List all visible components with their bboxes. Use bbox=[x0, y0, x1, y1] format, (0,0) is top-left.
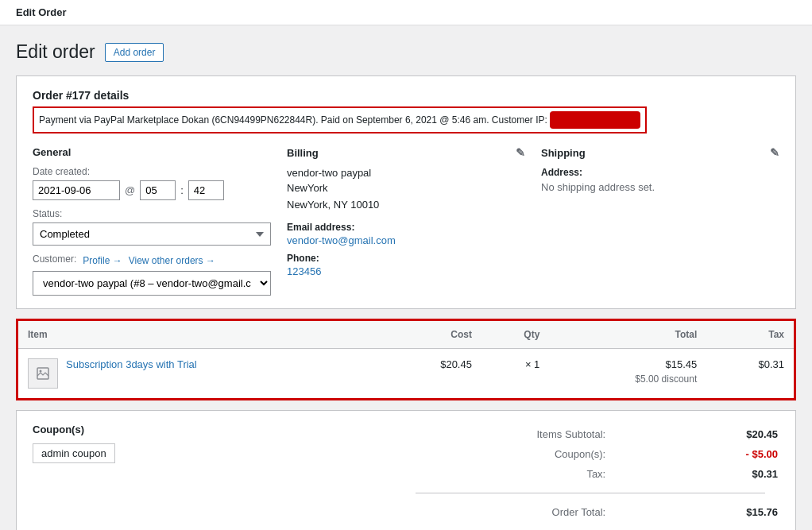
discount-note: $5.00 discount bbox=[559, 373, 697, 385]
customer-ip-masked bbox=[550, 111, 640, 129]
billing-email-label: Email address: bbox=[287, 222, 525, 233]
billing-state-city: NewYork, NY 10010 bbox=[287, 199, 379, 211]
billing-section-title: Billing ✎ bbox=[287, 146, 525, 159]
billing-address: NewYork NewYork, NY 10010 bbox=[287, 180, 525, 214]
customer-links: Customer: Profile → View other orders → bbox=[33, 253, 271, 268]
billing-city: NewYork bbox=[287, 182, 328, 194]
coupon-tag: admin coupon bbox=[33, 443, 115, 463]
tax-row: Tax: $0.31 bbox=[416, 465, 778, 483]
page-header-title: Edit Order bbox=[16, 6, 67, 18]
time-separator: : bbox=[180, 184, 184, 196]
svg-point-1 bbox=[40, 370, 42, 373]
billing-name: vendor-two paypal bbox=[287, 167, 525, 179]
coupons-total-value: - $5.00 bbox=[620, 445, 778, 463]
shipping-address-label: Address: bbox=[541, 167, 779, 178]
general-section-title: General bbox=[33, 146, 271, 158]
coupons-total-label: Coupon(s): bbox=[416, 445, 618, 463]
bottom-grid: Coupon(s) admin coupon Items Subtotal: $… bbox=[33, 424, 779, 523]
subtotal-label: Items Subtotal: bbox=[416, 425, 618, 443]
coupons-row: Coupon(s): - $5.00 bbox=[416, 445, 778, 463]
page-header: Edit Order bbox=[0, 0, 812, 25]
profile-link[interactable]: Profile → bbox=[83, 255, 122, 266]
customer-label: Customer: bbox=[33, 253, 76, 265]
date-input[interactable] bbox=[33, 180, 120, 200]
coupons-title: Coupon(s) bbox=[33, 424, 398, 435]
order-total-value: $15.76 bbox=[620, 503, 778, 521]
page-title: Edit order bbox=[16, 41, 95, 63]
col-item: Item bbox=[18, 321, 383, 349]
subtotal-row: Items Subtotal: $20.45 bbox=[416, 425, 778, 443]
totals-table: Items Subtotal: $20.45 Coupon(s): - $5.0… bbox=[414, 424, 779, 523]
totals-panel: Items Subtotal: $20.45 Coupon(s): - $5.0… bbox=[414, 424, 779, 523]
items-section: Item Cost Qty Total Tax bbox=[16, 319, 796, 400]
tax-cell: $0.31 bbox=[706, 349, 794, 399]
product-thumbnail bbox=[28, 358, 58, 389]
time-text: @ 5:46 am. Customer IP: bbox=[439, 114, 547, 126]
col-total: Total bbox=[549, 321, 706, 349]
col-tax: Tax bbox=[706, 321, 794, 349]
item-name-cell: Subscription 3days with Trial bbox=[18, 349, 383, 399]
qty-cell: × 1 bbox=[481, 349, 549, 399]
billing-edit-icon[interactable]: ✎ bbox=[516, 146, 525, 159]
shipping-edit-icon[interactable]: ✎ bbox=[770, 146, 779, 159]
view-orders-link[interactable]: View other orders → bbox=[129, 255, 215, 266]
col-cost: Cost bbox=[383, 321, 481, 349]
tax-label: Tax: bbox=[416, 465, 618, 483]
at-sign: @ bbox=[125, 184, 135, 196]
billing-phone[interactable]: 123456 bbox=[287, 265, 321, 277]
divider-row bbox=[416, 485, 778, 501]
general-section: General Date created: @ : Status: Comple… bbox=[33, 146, 271, 296]
order-title: Order #177 details bbox=[33, 89, 779, 102]
billing-section: Billing ✎ vendor-two paypal NewYork NewY… bbox=[287, 146, 525, 296]
order-total-label: Order Total: bbox=[416, 503, 618, 521]
coupons-panel: Coupon(s) admin coupon bbox=[33, 424, 398, 523]
shipping-address-value: No shipping address set. bbox=[541, 181, 779, 193]
total-cell: $15.45 $5.00 discount bbox=[549, 349, 706, 399]
main-content: Edit order Add order Order #177 details … bbox=[0, 25, 812, 530]
product-link[interactable]: Subscription 3days with Trial bbox=[66, 358, 197, 370]
date-label: Date created: bbox=[33, 166, 271, 177]
svg-rect-0 bbox=[37, 368, 48, 379]
add-order-button[interactable]: Add order bbox=[105, 43, 164, 62]
subtotal-value: $20.45 bbox=[620, 425, 778, 443]
edit-order-header: Edit order Add order bbox=[16, 41, 796, 63]
payment-text: Payment via PayPal Marketplace Dokan (6C… bbox=[39, 114, 437, 126]
col-qty: Qty bbox=[481, 321, 549, 349]
billing-phone-label: Phone: bbox=[287, 253, 525, 264]
status-label: Status: bbox=[33, 208, 271, 219]
bottom-section: Coupon(s) admin coupon Items Subtotal: $… bbox=[16, 410, 796, 530]
date-row: @ : bbox=[33, 180, 271, 200]
status-select[interactable]: Completed Pending payment Processing On … bbox=[33, 222, 271, 246]
cost-cell: $20.45 bbox=[383, 349, 481, 399]
items-table: Item Cost Qty Total Tax bbox=[18, 321, 794, 398]
payment-info-bar: Payment via PayPal Marketplace Dokan (6C… bbox=[33, 106, 647, 133]
table-row: Subscription 3days with Trial $20.45 × 1… bbox=[18, 349, 794, 399]
billing-email[interactable]: vendor-two@gmail.com bbox=[287, 234, 396, 246]
shipping-section: Shipping ✎ Address: No shipping address … bbox=[541, 146, 779, 296]
order-details-grid: General Date created: @ : Status: Comple… bbox=[33, 146, 779, 296]
order-card: Order #177 details Payment via PayPal Ma… bbox=[16, 75, 796, 309]
customer-select[interactable]: vendor-two paypal (#8 – vendor-two@gmail… bbox=[33, 271, 271, 296]
tax-value: $0.31 bbox=[620, 465, 778, 483]
hour-input[interactable] bbox=[140, 180, 176, 200]
minute-input[interactable] bbox=[188, 180, 224, 200]
shipping-section-title: Shipping ✎ bbox=[541, 146, 779, 159]
order-total-row: Order Total: $15.76 bbox=[416, 503, 778, 521]
